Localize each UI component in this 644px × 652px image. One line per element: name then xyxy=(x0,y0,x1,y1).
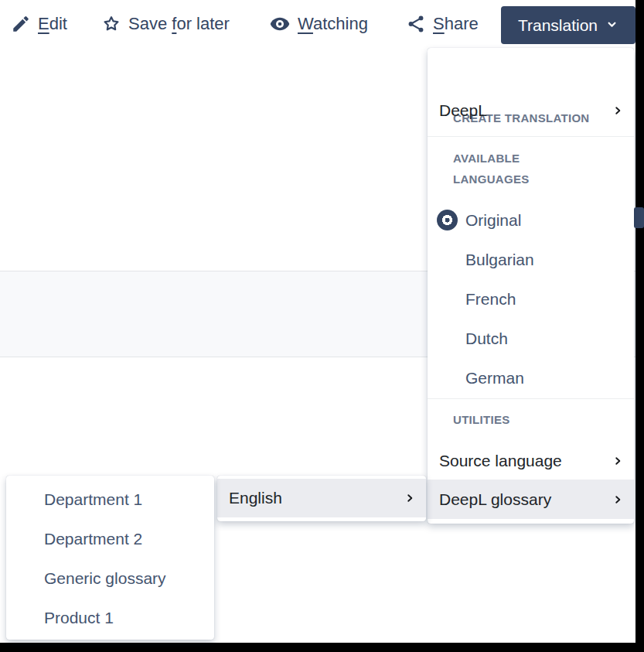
deepl-glossary-language-submenu: English xyxy=(217,476,426,521)
glossary-option-label: Generic glossary xyxy=(44,569,166,588)
submenu-item-english-label: English xyxy=(229,489,282,507)
menu-heading-available-languages: AVAILABLE LANGUAGES xyxy=(453,148,581,189)
translation-menu: CREATE TRANSLATION DeepL AVAILABLE LANGU… xyxy=(428,48,634,524)
submenu-item-department-1[interactable]: Department 1 xyxy=(6,480,214,519)
language-label: German xyxy=(465,369,524,387)
menu-item-language-bulgarian[interactable]: Bulgarian xyxy=(428,240,634,279)
clipped-edge-element xyxy=(634,207,644,228)
language-label: Original xyxy=(465,211,521,230)
language-label: Dutch xyxy=(465,329,508,348)
submenu-item-department-2[interactable]: Department 2 xyxy=(6,519,214,558)
save-for-later-button[interactable]: Save for later xyxy=(101,0,230,48)
menu-item-deepl-glossary-label: DeepL glossary xyxy=(439,490,551,509)
edit-label: Edit xyxy=(38,14,67,34)
menu-divider xyxy=(428,398,634,399)
star-icon xyxy=(101,14,121,34)
glossary-option-label: Department 2 xyxy=(44,530,142,548)
menu-item-language-dutch[interactable]: Dutch xyxy=(428,319,634,358)
glossary-option-label: Department 1 xyxy=(44,490,142,509)
menu-heading-utilities: UTILITIES xyxy=(453,409,510,430)
chevron-right-icon xyxy=(612,490,623,509)
submenu-item-english[interactable]: English xyxy=(217,479,426,517)
translation-dropdown-button[interactable]: Translation xyxy=(501,6,635,44)
menu-item-source-language[interactable]: Source language xyxy=(428,438,634,483)
menu-item-deepl-glossary[interactable]: DeepL glossary xyxy=(428,480,634,519)
edit-button[interactable]: Edit xyxy=(11,0,67,48)
watching-label: Watching xyxy=(298,14,368,34)
menu-item-deepl[interactable]: DeepL xyxy=(428,87,634,133)
pencil-icon xyxy=(11,14,31,34)
share-icon xyxy=(406,14,426,34)
menu-item-deepl-label: DeepL xyxy=(439,101,487,120)
watching-button[interactable]: Watching xyxy=(269,0,368,48)
language-label: Bulgarian xyxy=(465,251,534,269)
glossary-option-label: Product 1 xyxy=(44,609,114,627)
submenu-item-product-1[interactable]: Product 1 xyxy=(6,598,214,637)
submenu-item-generic-glossary[interactable]: Generic glossary xyxy=(6,558,214,598)
chevron-right-icon xyxy=(404,489,415,507)
glossary-options-submenu: Department 1 Department 2 Generic glossa… xyxy=(6,476,214,640)
chevron-right-icon xyxy=(612,101,623,120)
menu-item-language-french[interactable]: French xyxy=(428,279,634,319)
page-action-toolbar: Edit Save for later Watching Share xyxy=(0,0,635,48)
menu-item-language-original[interactable]: Original xyxy=(428,200,634,240)
save-for-later-label: Save for later xyxy=(128,14,230,34)
share-button[interactable]: Share xyxy=(406,0,479,48)
chevron-right-icon xyxy=(612,452,623,470)
menu-item-source-language-label: Source language xyxy=(439,452,562,470)
language-label: French xyxy=(465,290,516,309)
share-label: Share xyxy=(433,14,479,34)
eye-icon xyxy=(269,13,291,35)
chevron-down-icon xyxy=(605,16,618,35)
menu-divider xyxy=(428,136,634,137)
translation-button-label: Translation xyxy=(518,16,598,35)
menu-item-language-german[interactable]: German xyxy=(428,358,634,398)
radio-selected-icon xyxy=(437,210,458,230)
screen: Edit Save for later Watching Share xyxy=(0,0,644,652)
